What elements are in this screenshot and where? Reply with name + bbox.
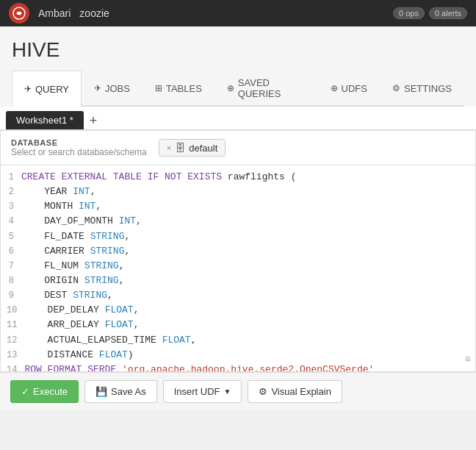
tab-settings[interactable]: ⚙SETTINGS <box>380 71 464 105</box>
database-hint: Select or search database/schema <box>11 147 147 157</box>
code-token: , <box>136 215 142 226</box>
tab-udfs[interactable]: ⊕UDFs <box>318 71 380 105</box>
code-line: 1CREATE EXTERNAL TABLE IF NOT EXISTS raw… <box>1 170 475 185</box>
code-token: FLOAT <box>105 319 134 330</box>
tab-label-tables: TABLES <box>166 83 202 94</box>
code-line: 5 FL_DATE STRING, <box>1 229 475 244</box>
execute-label: Execute <box>33 386 68 397</box>
code-line: 10 DEP_DELAY FLOAT, <box>1 303 475 318</box>
database-section: DATABASE Select or search database/schem… <box>1 131 475 165</box>
code-token: , <box>134 304 140 315</box>
topbar: Ambari zoozie 0 ops 0 alerts <box>0 0 476 26</box>
worksheet-tab[interactable]: Worksheet1 * <box>6 111 84 129</box>
line-content: FL_NUM STRING, <box>21 259 475 274</box>
code-token: INT <box>79 201 95 212</box>
line-content: DISTANCE FLOAT) <box>24 348 475 362</box>
database-selected: default <box>189 143 217 154</box>
visual-explain-button[interactable]: ⚙ Visual Explain <box>248 380 342 403</box>
code-token <box>116 364 122 371</box>
code-line: 12 ACTUAL_ELAPSED_TIME FLOAT, <box>1 333 475 348</box>
save-as-button[interactable]: 💾 Save As <box>84 380 157 403</box>
code-token: STRING <box>73 290 107 301</box>
code-token: , <box>107 290 113 301</box>
line-content: MONTH INT, <box>21 199 475 214</box>
code-editor[interactable]: 1CREATE EXTERNAL TABLE IF NOT EXISTS raw… <box>1 165 475 371</box>
line-content: CARRIER STRING, <box>21 244 475 259</box>
line-number: 10 <box>1 304 24 318</box>
tab-tables[interactable]: ⊞TABLES <box>143 71 214 105</box>
tab-label-udfs: UDFs <box>342 83 367 94</box>
code-token: ORIGIN <box>21 275 84 286</box>
code-line: 7 FL_NUM STRING, <box>1 259 475 274</box>
line-number: 14 <box>1 363 24 371</box>
line-content: CREATE EXTERNAL TABLE IF NOT EXISTS rawf… <box>21 170 475 185</box>
tab-navigation: ✈QUERY✈JOBS⊞TABLES⊕SAVED QUERIES⊕UDFs⚙SE… <box>12 71 464 107</box>
code-token: FLOAT <box>99 349 128 360</box>
code-token: CREATE EXTERNAL TABLE IF NOT EXISTS <box>21 171 222 182</box>
database-badge[interactable]: × 🗄 default <box>159 139 226 157</box>
add-worksheet-button[interactable]: + <box>84 113 104 129</box>
main-area: HIVE ✈QUERY✈JOBS⊞TABLES⊕SAVED QUERIES⊕UD… <box>0 26 476 107</box>
code-token: , <box>124 231 130 242</box>
code-line: 6 CARRIER STRING, <box>1 244 475 259</box>
code-token: , <box>124 246 130 257</box>
worksheet-bar: Worksheet1 * + <box>0 107 476 130</box>
line-number: 12 <box>1 334 24 348</box>
code-token: DEP_DELAY <box>24 304 104 315</box>
code-token: FLOAT <box>162 335 191 346</box>
code-line: 2 YEAR INT, <box>1 185 475 199</box>
app-name: Ambari <box>38 7 71 19</box>
code-line: 14ROW FORMAT SERDE 'org.apache.hadoop.hi… <box>1 362 475 371</box>
line-content: ARR_DELAY FLOAT, <box>24 318 475 332</box>
tab-label-settings: SETTINGS <box>404 83 452 94</box>
code-token: DEST <box>21 290 73 301</box>
line-number: 2 <box>1 185 21 199</box>
app-logo <box>9 3 29 24</box>
worksheet-name: Worksheet1 * <box>16 115 73 126</box>
database-clear-icon[interactable]: × <box>167 143 171 152</box>
page-title: HIVE <box>12 38 464 62</box>
scrollbar-hint: ≡ <box>465 352 471 368</box>
code-token: FL_DATE <box>21 231 90 242</box>
code-line: 4 DAY_OF_MONTH INT, <box>1 214 475 229</box>
tab-icon-udfs: ⊕ <box>331 83 338 93</box>
code-token: , <box>191 335 197 346</box>
line-number: 5 <box>1 230 21 244</box>
code-token: INT <box>119 215 136 226</box>
code-token: YEAR <box>21 186 73 197</box>
execute-button[interactable]: ✓ Execute <box>10 380 79 403</box>
ops-badge[interactable]: 0 ops <box>393 7 425 19</box>
code-token: MONTH <box>21 201 79 212</box>
line-number: 11 <box>1 318 24 332</box>
visual-explain-icon: ⚙ <box>259 386 267 397</box>
code-token: STRING <box>90 246 125 257</box>
tab-query[interactable]: ✈QUERY <box>12 71 82 107</box>
visual-explain-label: Visual Explain <box>271 386 331 397</box>
database-label: DATABASE <box>11 138 147 147</box>
line-number: 9 <box>1 289 21 303</box>
code-token: DAY_OF_MONTH <box>21 215 119 226</box>
code-token: ) <box>128 349 134 360</box>
code-token: FL_NUM <box>21 260 84 271</box>
tab-label-saved_queries: SAVED QUERIES <box>238 77 306 99</box>
line-content: ROW FORMAT SERDE 'org.apache.hadoop.hive… <box>24 362 475 371</box>
tab-icon-tables: ⊞ <box>155 83 162 93</box>
tab-label-jobs: JOBS <box>105 83 130 94</box>
code-line: 9 DEST STRING, <box>1 288 475 303</box>
insert-udf-button[interactable]: Insert UDF ▼ <box>163 380 242 403</box>
save-as-label: Save As <box>111 386 146 397</box>
code-token: INT <box>73 186 90 197</box>
code-token: , <box>90 186 96 197</box>
code-token: FLOAT <box>105 304 134 315</box>
tab-saved_queries[interactable]: ⊕SAVED QUERIES <box>214 71 318 105</box>
code-token: DISTANCE <box>24 349 98 360</box>
tab-icon-query: ✈ <box>24 84 32 94</box>
code-line: 11 ARR_DELAY FLOAT, <box>1 318 475 332</box>
line-content: DEP_DELAY FLOAT, <box>24 303 475 318</box>
alerts-badge[interactable]: 0 alerts <box>429 7 467 19</box>
code-token: STRING <box>84 260 119 271</box>
line-number: 7 <box>1 260 21 274</box>
tab-jobs[interactable]: ✈JOBS <box>82 71 143 105</box>
code-line: 13 DISTANCE FLOAT) <box>1 348 475 362</box>
line-content: ACTUAL_ELAPSED_TIME FLOAT, <box>24 333 475 348</box>
